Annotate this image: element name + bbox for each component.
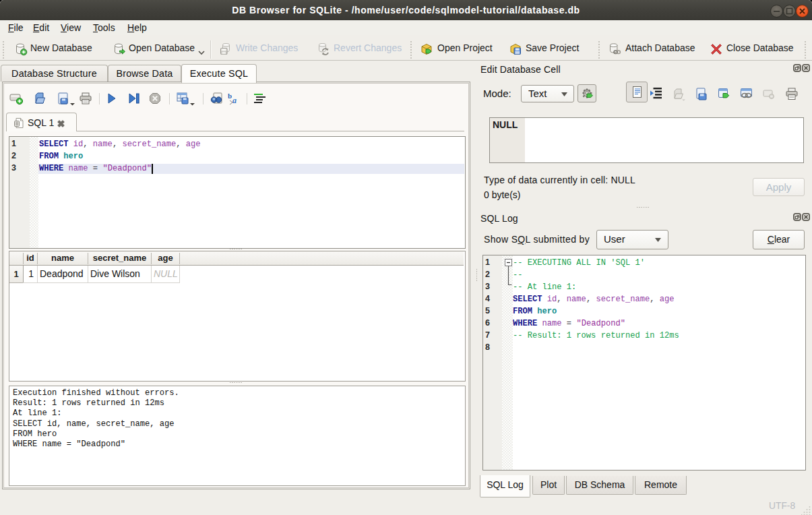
svg-text:b: b (228, 92, 232, 100)
svg-text:a: a (232, 96, 237, 105)
